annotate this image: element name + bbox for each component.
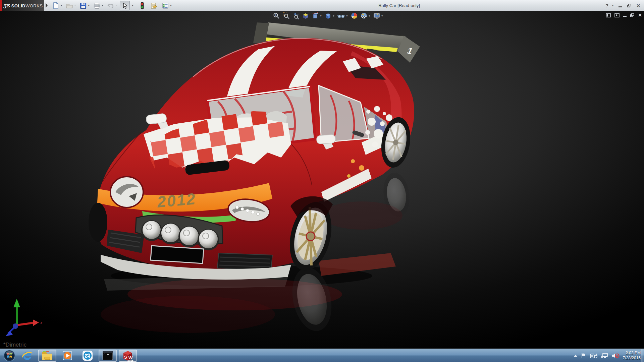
pane-left-icon[interactable] xyxy=(606,13,611,17)
previous-view-button[interactable] xyxy=(292,12,300,20)
rally-car-3d-model[interactable]: 1 xyxy=(0,11,644,349)
show-desktop-button[interactable] xyxy=(641,349,644,362)
undo-icon xyxy=(107,2,114,9)
minimize-button[interactable] xyxy=(617,3,623,8)
select-dropdown[interactable]: ▼ xyxy=(131,4,135,7)
open-folder-icon xyxy=(66,2,73,9)
graphics-viewport[interactable]: ▼ ▼ ▼ xyxy=(0,11,644,349)
edit-appearance-button[interactable] xyxy=(350,12,358,20)
help-button[interactable]: ? xyxy=(605,3,608,8)
volume-muted-icon[interactable] xyxy=(611,353,620,359)
open-button[interactable]: ▼ xyxy=(65,1,77,10)
zoom-to-area-icon xyxy=(282,12,290,19)
main-toolbar: ▼ ▼ ▼ ▼ xyxy=(51,1,173,10)
windows-taskbar: C:\ S W 2015 xyxy=(0,349,644,362)
hide-show-items-glasses-icon xyxy=(337,12,345,19)
zoom-to-fit-button[interactable] xyxy=(272,12,280,20)
windows-explorer-button[interactable] xyxy=(38,350,56,362)
menu-expand-arrow[interactable] xyxy=(46,3,48,8)
display-style-dropdown[interactable]: ▼ xyxy=(332,15,335,17)
clock-time: 2:02 PM xyxy=(623,351,641,356)
document-minimize-icon xyxy=(623,16,627,17)
hide-show-items-dropdown[interactable]: ▼ xyxy=(346,15,348,17)
print-icon xyxy=(93,2,101,9)
logo-works: WORKS xyxy=(25,3,43,8)
sync-app-button[interactable] xyxy=(78,350,97,362)
title-bar: ƷS SOLIDWORKS ▼ ▼ ▼ xyxy=(0,0,644,11)
document-minimize-button[interactable] xyxy=(623,13,627,17)
power-plug-icon[interactable] xyxy=(590,353,597,359)
left-headlight xyxy=(110,177,143,207)
clock-date: 7/28/2015 xyxy=(623,356,641,361)
options-button[interactable]: ▼ xyxy=(161,1,173,10)
view-orientation-dropdown[interactable]: ▼ xyxy=(320,15,322,17)
previous-view-icon xyxy=(292,12,300,19)
close-button[interactable]: ✕ xyxy=(635,3,641,8)
center-lower-grille xyxy=(217,253,272,270)
file-properties-icon xyxy=(150,2,157,9)
options-dropdown[interactable]: ▼ xyxy=(170,4,172,7)
view-orientation-label: *Dimetric xyxy=(3,342,26,348)
print-dropdown[interactable]: ▼ xyxy=(101,4,104,7)
sync-app-icon xyxy=(82,350,93,361)
front-left-wheel xyxy=(89,203,107,242)
taskbar-clock[interactable]: 2:02 PM 7/28/2015 xyxy=(623,351,641,361)
select-cursor-icon xyxy=(121,2,128,9)
sw-year: 2015 xyxy=(127,359,133,362)
close-icon: ✕ xyxy=(636,3,640,8)
command-prompt-button[interactable]: C:\ xyxy=(99,350,117,362)
apply-scene-icon xyxy=(360,12,368,19)
document-close-button[interactable]: ✕ xyxy=(638,12,642,18)
new-document-icon xyxy=(52,2,59,9)
triad-x-label: x xyxy=(40,320,43,325)
new-dropdown[interactable]: ▼ xyxy=(60,4,63,7)
zoom-to-area-button[interactable] xyxy=(282,12,290,20)
document-restore-button[interactable] xyxy=(630,13,634,17)
view-orientation-icon xyxy=(312,12,319,19)
apply-scene-button[interactable]: ▼ xyxy=(360,12,371,20)
new-button[interactable]: ▼ xyxy=(51,1,64,10)
hood-year-decal: 2012 xyxy=(156,190,197,211)
show-hidden-icons-button[interactable] xyxy=(574,355,577,357)
undo-dropdown[interactable]: ▼ xyxy=(115,4,118,7)
taskbar-apps: C:\ S W 2015 xyxy=(3,349,137,362)
heads-up-view-toolbar: ▼ ▼ ▼ xyxy=(272,12,384,20)
media-player-button[interactable] xyxy=(58,350,76,362)
solidworks-taskbar-button[interactable]: S W 2015 xyxy=(119,350,137,362)
minimize-icon xyxy=(619,6,622,7)
display-style-icon xyxy=(324,12,332,19)
options-checklist-icon xyxy=(162,2,169,9)
restore-button[interactable] xyxy=(626,3,632,8)
help-dropdown[interactable]: ▼ xyxy=(611,4,614,7)
print-button[interactable]: ▼ xyxy=(92,1,105,10)
start-button[interactable] xyxy=(3,350,16,362)
select-button[interactable] xyxy=(120,1,130,10)
rebuild-button[interactable] xyxy=(139,1,146,10)
pane-right-icon[interactable] xyxy=(614,13,620,17)
media-player-icon xyxy=(62,350,73,361)
open-dropdown[interactable]: ▼ xyxy=(74,4,76,7)
save-dropdown[interactable]: ▼ xyxy=(88,4,90,7)
save-button[interactable]: ▼ xyxy=(78,1,91,10)
logo-mark: ƷS xyxy=(3,3,10,8)
display-style-button[interactable]: ▼ xyxy=(324,12,335,20)
logo-solid: SOLID xyxy=(11,3,25,8)
titlebar-controls: ? ▼ ✕ xyxy=(605,0,641,11)
action-center-flag-icon[interactable] xyxy=(581,353,587,359)
window-title: Rally Car [Read-only] xyxy=(378,3,420,8)
section-view-button[interactable] xyxy=(302,12,310,20)
hide-show-items-button[interactable]: ▼ xyxy=(337,12,348,20)
undo-button[interactable]: ▼ xyxy=(106,1,119,10)
apply-scene-dropdown[interactable]: ▼ xyxy=(368,15,371,17)
section-view-icon xyxy=(302,12,309,19)
view-settings-button[interactable]: ▼ xyxy=(373,12,384,20)
network-icon[interactable] xyxy=(601,353,608,359)
file-properties-button[interactable] xyxy=(149,1,158,10)
internet-explorer-button[interactable] xyxy=(18,350,36,362)
command-prompt-icon: C:\ xyxy=(102,351,113,361)
view-settings-dropdown[interactable]: ▼ xyxy=(381,15,383,17)
view-orientation-button[interactable]: ▼ xyxy=(311,12,322,20)
save-floppy-icon xyxy=(79,2,87,9)
document-window-controls: ✕ xyxy=(606,12,642,18)
windows-start-orb-icon xyxy=(3,350,15,362)
